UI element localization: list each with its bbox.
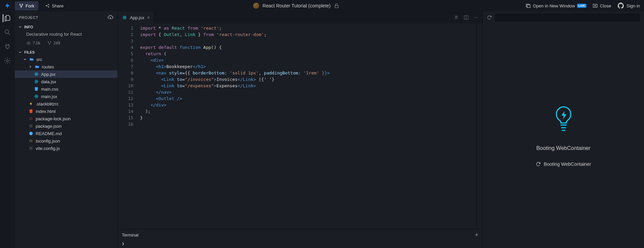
stackblitz-logo[interactable]: [4, 2, 11, 9]
file-data-jsx[interactable]: data.jsx: [15, 78, 117, 85]
svg-point-32: [474, 17, 475, 18]
cloud-download-icon[interactable]: [107, 14, 113, 21]
project-title[interactable]: React Router Tutorial (complete): [263, 3, 331, 8]
file-tree: src routes App.jsx data.jsx main.css mai…: [15, 56, 117, 248]
preview-heading: Booting WebContainer: [536, 145, 590, 151]
format-button[interactable]: [454, 15, 460, 20]
terminal-panel: Terminal + ❯: [118, 229, 482, 248]
preview-body: Booting WebContainer Booting WebContaine…: [483, 24, 644, 248]
svg-text:i: i: [31, 132, 31, 135]
file-main-css[interactable]: main.css: [15, 85, 117, 93]
new-terminal-button[interactable]: +: [475, 231, 478, 239]
svg-point-17: [36, 96, 37, 97]
json-icon: {}: [28, 116, 34, 121]
chevron-down-icon: [23, 57, 27, 61]
close-button[interactable]: Close: [592, 3, 611, 8]
prettier-icon: [454, 15, 460, 20]
svg-point-34: [477, 17, 477, 18]
reload-preview-button[interactable]: [487, 15, 492, 20]
svg-point-2: [48, 6, 49, 7]
fork-icon: [19, 3, 24, 8]
file-main-jsx[interactable]: main.jsx: [15, 93, 117, 100]
svg-point-9: [36, 74, 37, 74]
ports-tab[interactable]: [3, 42, 11, 51]
search-tab[interactable]: [3, 28, 11, 36]
fork-small-icon: [47, 41, 52, 45]
files-section-toggle[interactable]: FILES: [15, 49, 117, 56]
open-new-window-button[interactable]: Open in New Window LIVE: [526, 3, 586, 8]
search-icon: [4, 29, 11, 36]
github-icon: [617, 2, 624, 9]
bolt-icon: [28, 101, 34, 106]
svg-text:{}: {}: [29, 139, 33, 143]
lightbulb-icon: [553, 105, 574, 135]
tab-label: App.jsx: [130, 15, 144, 20]
svg-point-13: [36, 81, 37, 82]
close-label: Close: [600, 3, 611, 8]
folder-routes[interactable]: routes: [15, 63, 117, 70]
svg-rect-4: [527, 5, 530, 7]
preview-status: Booting WebContainer: [536, 161, 591, 167]
tab-app-jsx[interactable]: App.jsx ×: [118, 11, 154, 24]
files-section-title: FILES: [24, 50, 35, 54]
unlock-icon: [334, 3, 339, 8]
live-badge: LIVE: [577, 4, 586, 8]
file-readme[interactable]: iREADME.md: [15, 130, 117, 137]
signin-button[interactable]: Sign in: [617, 2, 640, 9]
fork-label: Fork: [26, 3, 34, 8]
json-icon: {}: [28, 138, 34, 144]
file-app-jsx[interactable]: App.jsx: [15, 70, 117, 78]
settings-tab[interactable]: [3, 57, 11, 65]
folder-src[interactable]: src: [15, 56, 117, 63]
svg-point-1: [48, 4, 49, 5]
svg-point-33: [475, 17, 476, 18]
fork-button[interactable]: Fork: [15, 1, 38, 10]
plug-icon: [4, 43, 11, 50]
html-icon: [28, 108, 34, 114]
file-vite-config[interactable]: vite.config.js: [15, 145, 117, 152]
dots-icon: [473, 15, 478, 20]
json-icon: {}: [28, 123, 34, 129]
reload-icon: [487, 15, 492, 20]
file-tsconfig[interactable]: {}tsconfig.json: [15, 137, 117, 145]
file-package-json[interactable]: {}package.json: [15, 122, 117, 130]
svg-text:{}: {}: [29, 117, 33, 120]
file-package-lock[interactable]: {}package-lock.json: [15, 115, 117, 122]
gear-icon: [4, 57, 11, 64]
react-icon: [122, 15, 127, 20]
sidebar-header-title: PROJECT: [19, 16, 38, 20]
info-icon: i: [28, 131, 34, 136]
info-section-toggle[interactable]: INFO: [15, 24, 117, 30]
minimap[interactable]: [476, 24, 482, 229]
forks-stat: 249: [47, 41, 60, 45]
terminal-title[interactable]: Terminal: [122, 232, 138, 238]
folder-icon: [34, 64, 40, 69]
preview-panel: Booting WebContainer Booting WebContaine…: [482, 11, 644, 248]
new-window-icon: [526, 3, 531, 8]
chevron-down-icon: [18, 25, 22, 29]
svg-point-6: [5, 30, 9, 34]
preview-url-bar[interactable]: [495, 13, 640, 22]
css-icon: [34, 86, 39, 92]
split-icon: [464, 15, 469, 20]
project-stats: 7.0k 249: [15, 39, 117, 49]
svg-point-8: [28, 42, 29, 44]
spinner-icon: [536, 161, 541, 167]
more-actions-button[interactable]: [473, 15, 478, 20]
close-tab-button[interactable]: ×: [147, 15, 150, 20]
sidebar: PROJECT INFO Declarative routing for Rea…: [15, 11, 117, 248]
explorer-tab[interactable]: [3, 14, 11, 22]
share-button[interactable]: Share: [42, 1, 67, 10]
code-editor[interactable]: 12345678910111213141516 import * as Reac…: [118, 24, 482, 229]
file-index-html[interactable]: index.html: [15, 107, 117, 115]
owner-avatar[interactable]: [253, 3, 259, 9]
react-icon: [34, 79, 39, 84]
bolt-icon: [4, 2, 11, 9]
views-stat: 7.0k: [26, 41, 40, 45]
terminal-body[interactable]: ❯: [118, 241, 482, 248]
files-icon: [4, 14, 11, 22]
code-content[interactable]: import * as React from 'react';import { …: [138, 24, 476, 229]
file-stackblitzrc[interactable]: .stackblitzrc: [15, 100, 117, 107]
split-editor-button[interactable]: [464, 15, 469, 20]
svg-point-26: [30, 148, 32, 149]
